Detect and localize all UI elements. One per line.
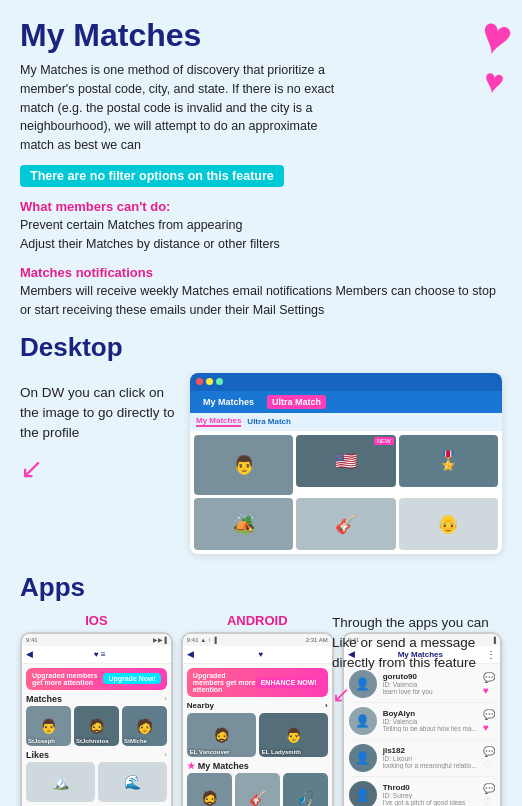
ds-photo-6[interactable]: 👴	[399, 498, 498, 550]
ios-thumb-2-name: StJohnstoa	[76, 738, 109, 744]
android-battery: 2:31 AM	[306, 637, 328, 643]
match-4-heart-btn[interactable]: ♡	[483, 796, 495, 806]
ios-thumb-1-emoji: 👨	[40, 718, 57, 734]
ios-thumb-3[interactable]: 🧑 StMiche	[122, 706, 167, 746]
android-promo-banner: Upgraded members get more attention ENHA…	[187, 668, 328, 697]
match-2-sub: Telling to be about how lies ma...	[383, 725, 477, 732]
apps-title: Apps	[20, 572, 502, 603]
ds-nav-ultramatch: Ultra Match	[267, 395, 326, 409]
cant-do-label: What members can't do:	[20, 199, 502, 214]
android-match-3[interactable]: 🎣 EL Ladysmith	[283, 773, 328, 806]
match-3-avatar: 👤	[349, 744, 377, 772]
ds-photo-5[interactable]: 🎸	[296, 498, 395, 550]
ios-content: Upgraded members get more attention Upgr…	[22, 664, 171, 806]
ios-upgrade-btn[interactable]: Upgrade Now!	[103, 673, 160, 684]
filter-banner: There are no filter options on this feat…	[20, 165, 284, 187]
ds-tab-mymatches[interactable]: My Matches	[196, 416, 241, 427]
ios-label: IOS	[85, 613, 107, 628]
match-item-4[interactable]: 👤 Throd0 ID: Surrey I've got a pitch of …	[349, 777, 495, 806]
page-title: My Matches	[20, 18, 502, 53]
ios-thumb-1[interactable]: 👨 StJoseph	[26, 706, 71, 746]
android-upgrade-btn[interactable]: ENHANCE NOW!	[256, 677, 322, 688]
apps-caption-text: Through the apps you can Like or send a …	[332, 615, 489, 671]
desktop-arrow-icon: ↙	[20, 452, 180, 485]
ios-thumb-1-name: StJoseph	[28, 738, 55, 744]
ds-photo-3-inner: 🎖️	[399, 435, 498, 487]
ds-photo-1-inner: 👨	[194, 435, 293, 495]
cant-do-text: Prevent certain Matches from appearingAd…	[20, 216, 502, 254]
ios-topnav: ◀ ♥ ≡	[22, 646, 171, 664]
ios-nav-title: ♥ ≡	[33, 650, 167, 659]
android-phone: ANDROID 9:41 ▲ ↑ ▐ 2:31 AM ◀ ♥ Upgraded …	[181, 613, 334, 806]
ios-like-1[interactable]: 🏔️	[26, 762, 95, 802]
desktop-section: On DW you can click on the image to go d…	[20, 373, 502, 554]
android-topnav: ◀ ♥	[183, 646, 332, 664]
ios-like-2[interactable]: 🌊	[98, 762, 167, 802]
android-frame: 9:41 ▲ ↑ ▐ 2:31 AM ◀ ♥ Upgraded members …	[181, 632, 334, 806]
android-star-icon: ★	[187, 761, 195, 771]
android-matches-row: 🧔 EL Vancouver 🎸 🎣 EL Ladysmith	[187, 773, 328, 806]
match-2-info: BoyAlyn ID: Valencia Telling to be about…	[383, 709, 477, 732]
match-3-sub: looking for a meaningful relatio...	[383, 762, 477, 769]
notifications-label: Matches notifications	[20, 265, 502, 280]
match-4-msg-btn[interactable]: 💬	[483, 783, 495, 794]
desktop-caption-area: On DW you can click on the image to go d…	[20, 373, 180, 485]
ios-frame: 9:41 ▶▶▐ ◀ ♥ ≡ Upgraded members get more…	[20, 632, 173, 806]
ds-tab-ultramatch[interactable]: Ultra Match	[247, 417, 291, 426]
ios-time: 9:41	[26, 637, 38, 643]
ios-thumb-3-name: StMiche	[124, 738, 147, 744]
match-4-loc: ID: Surrey	[383, 792, 477, 799]
ds-photo-4[interactable]: 🏕️	[194, 498, 293, 550]
ios-back-icon[interactable]: ◀	[26, 649, 33, 659]
ios-likes-chevron: ›	[164, 750, 167, 759]
match-2-name: BoyAlyn	[383, 709, 477, 718]
match-3-name: jls182	[383, 746, 477, 755]
ios-banner-text: Upgraded members get more attention	[32, 672, 103, 686]
android-nearby-2[interactable]: 👨 EL Ladysmith	[259, 713, 328, 757]
ios-likes-label: Likes	[26, 750, 49, 760]
match-2-avatar: 👤	[349, 707, 377, 735]
android-nearby-label: Nearby	[187, 701, 214, 710]
android-nearby-1[interactable]: 🧔 EL Vancouver	[187, 713, 256, 757]
apps-section: Through the apps you can Like or send a …	[20, 613, 502, 806]
ds-photo-1[interactable]: 👨	[194, 435, 293, 495]
android-back-icon[interactable]: ◀	[187, 649, 194, 659]
match-3-heart-btn[interactable]: ♡	[483, 759, 495, 770]
ds-dot-yellow	[206, 378, 213, 385]
ds-photo-6-inner: 👴	[399, 498, 498, 550]
ds-photo-4-inner: 🏕️	[194, 498, 293, 550]
ds-nav: My Matches Ultra Match	[190, 391, 502, 413]
android-match-2[interactable]: 🎸	[235, 773, 280, 806]
match-item-3[interactable]: 👤 jls182 ID: Lixouri looking for a meani…	[349, 740, 495, 777]
ios-matches-title: Matches ›	[26, 694, 167, 704]
android-time: 9:41 ▲ ↑ ▐	[187, 637, 217, 643]
ds-photo-2[interactable]: 🇺🇸 NEW	[296, 435, 395, 487]
match-2-heart-btn[interactable]: ♥	[483, 722, 495, 733]
ds-dot-red	[196, 378, 203, 385]
ios-thumb-2[interactable]: 🧔 StJohnstoa	[74, 706, 119, 746]
android-nearby-title: Nearby ›	[187, 701, 328, 710]
match-3-msg-btn[interactable]: 💬	[483, 746, 495, 757]
ds-photo-2-badge: NEW	[374, 437, 394, 445]
match-2-icons: 💬 ♥	[483, 709, 495, 733]
android-content: Upgraded members get more attention ENHA…	[183, 664, 332, 806]
ds-photo-3[interactable]: 🎖️	[399, 435, 498, 487]
match-4-sub: I've got a pitch of good ideas	[383, 799, 477, 806]
ios-statusbar: 9:41 ▶▶▐	[22, 634, 171, 646]
ds-content: 👨 🇺🇸 NEW 🎖️ 🏕️ 🎸	[190, 431, 502, 554]
ios-likes-title: Likes ›	[26, 750, 167, 760]
ds-nav-mymatches: My Matches	[198, 395, 259, 409]
ds-tabs: My Matches Ultra Match	[190, 413, 502, 431]
heart-large-icon: ♥	[475, 7, 518, 65]
hearts-decoration: ♥ ♥	[481, 10, 512, 98]
match-3-info: jls182 ID: Lixouri looking for a meaning…	[383, 746, 477, 769]
ds-dot-green	[216, 378, 223, 385]
match-4-info: Throd0 ID: Surrey I've got a pitch of go…	[383, 783, 477, 806]
ios-thumbs-row: 👨 StJoseph 🧔 StJohnstoa 🧑 StMiche	[26, 706, 167, 746]
android-matches-heading: ★ My Matches	[187, 761, 328, 771]
android-statusbar: 9:41 ▲ ↑ ▐ 2:31 AM	[183, 634, 332, 646]
android-label: ANDROID	[227, 613, 288, 628]
android-nearby-1-name: EL Vancouver	[190, 749, 230, 755]
android-nearby-1-emoji: 🧔	[213, 727, 230, 743]
android-match-1[interactable]: 🧔 EL Vancouver	[187, 773, 232, 806]
